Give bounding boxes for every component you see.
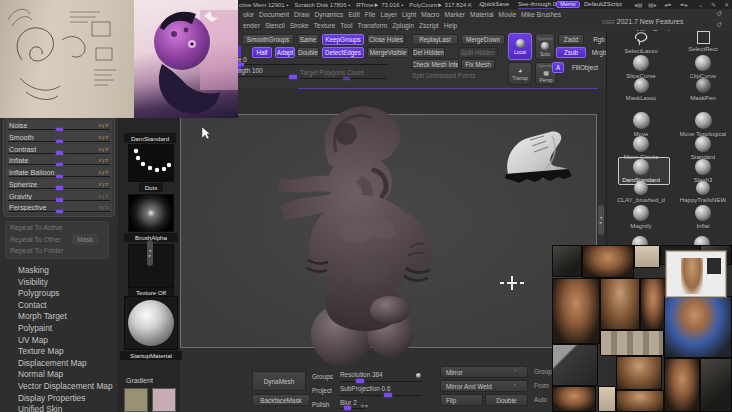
groups-label[interactable]: Groups — [312, 373, 333, 380]
menu-tool[interactable]: Tool — [340, 22, 352, 29]
slider-perspective[interactable]: Perspectivexyz — [6, 202, 112, 213]
auto-col-label[interactable]: Auto — [534, 396, 547, 403]
section-normal-map[interactable]: Normal Map — [18, 369, 63, 379]
gradient-swatch-2[interactable] — [152, 388, 176, 412]
target-polygons-slider[interactable]: Target Polygons Count — [300, 69, 364, 76]
brush-move[interactable]: Move — [612, 112, 670, 137]
reference-photo[interactable] — [640, 278, 666, 330]
section-unified-skin[interactable]: Unified Skin — [18, 404, 62, 412]
backfacemask-button[interactable]: BackfaceMask — [252, 394, 310, 406]
slider-smooth[interactable]: Smoothxyz — [6, 132, 112, 143]
section-displacement-map[interactable]: Displacement Map — [18, 358, 87, 368]
axis-toggles[interactable]: xyz — [99, 134, 110, 140]
slider-e-handle[interactable] — [238, 63, 244, 67]
subprojection-handle[interactable] — [384, 393, 392, 397]
section-vector-displacement-map[interactable]: Vector Displacement Map — [18, 381, 113, 391]
detectedges-button[interactable]: DetectEdges — [322, 47, 364, 58]
axis-toggles[interactable]: xyz — [99, 146, 110, 152]
brush-damstandard[interactable]: DamStandard — [612, 159, 670, 183]
section-contact[interactable]: Contact — [18, 300, 47, 310]
double-button[interactable]: Double — [297, 47, 319, 58]
brush-move-topological[interactable]: Move Topological — [674, 112, 732, 137]
replaylast-button[interactable]: ReplayLast — [412, 34, 458, 45]
adapt-button[interactable]: Adapt — [275, 47, 295, 58]
reference-sketch-image[interactable] — [0, 0, 134, 118]
refresh-icon-2[interactable]: ↺ — [716, 21, 722, 29]
split-hidden-button[interactable]: Split Hidden — [458, 47, 498, 58]
zadd-button[interactable]: Zadd — [558, 34, 584, 45]
material-thumbnail[interactable] — [124, 296, 178, 350]
menu-stencil[interactable]: Stencil — [265, 22, 285, 29]
brush-prev-icon[interactable]: ◂✒ — [664, 1, 672, 8]
see-through-slider[interactable]: See-through 0 — [518, 1, 556, 7]
flip-button[interactable]: Flip — [440, 394, 483, 406]
slider-handle[interactable] — [56, 163, 63, 167]
current-brush-label[interactable]: DamStandard — [124, 133, 176, 143]
menu-file[interactable]: File — [365, 11, 376, 18]
slider-e-track[interactable] — [238, 64, 388, 65]
section-polypaint[interactable]: Polypaint — [18, 323, 52, 333]
default-zscript-button[interactable]: DefaultZScript — [584, 1, 622, 7]
smoothgroups-button[interactable]: SmoothGroups — [242, 34, 294, 45]
repeat-to-active-button[interactable]: Repeat To Active — [10, 224, 62, 231]
slider-handle[interactable] — [56, 186, 63, 190]
menu-dynamics[interactable]: Dynamics — [314, 11, 343, 18]
mask-button[interactable]: Mask — [72, 234, 98, 245]
brush-slash3[interactable]: Slash3 — [674, 159, 732, 183]
slider-handle[interactable] — [56, 198, 63, 202]
repeat-to-folder-button[interactable]: Repeat To Folder — [10, 247, 64, 254]
axis-toggles[interactable]: xyz — [99, 181, 110, 187]
slider-spherize[interactable]: Spherizexyz — [6, 179, 112, 190]
close-holes-button[interactable]: Close Holes — [367, 34, 405, 45]
menu-render[interactable]: ender — [243, 22, 260, 29]
half-button[interactable]: Half — [252, 47, 272, 58]
repeat-to-other-button[interactable]: Repeat To Other — [10, 236, 61, 243]
subprojection-track[interactable] — [340, 395, 422, 396]
menu-color[interactable]: olor — [243, 11, 254, 18]
mirror-weld-mini-icons[interactable]: ▪⁝ — [514, 383, 517, 387]
brush-clipcurve[interactable]: ClipCurve — [674, 55, 732, 79]
reference-photo[interactable] — [598, 386, 616, 412]
brush-slicecurve[interactable]: SliceCurve — [612, 55, 670, 79]
reference-photo[interactable] — [600, 330, 664, 356]
group-col-label[interactable]: Group — [534, 368, 552, 375]
axis-toggles[interactable]: xyz — [99, 193, 110, 199]
menu-material[interactable]: Material — [470, 11, 493, 18]
brush-happytrails[interactable]: HappyTrailsNEW — [674, 181, 732, 203]
section-visibility[interactable]: Visibility — [18, 277, 48, 287]
refresh-icon[interactable]: ↺ — [716, 10, 722, 18]
solo-button[interactable]: Dynamic Solo — [535, 33, 555, 60]
polish-label[interactable]: Polish — [312, 401, 329, 408]
blur-handle[interactable] — [344, 406, 351, 410]
menu-movie[interactable]: Movie — [499, 11, 517, 18]
menu-transform[interactable]: Transform — [357, 22, 387, 29]
panel-mini-icons[interactable]: ✛▾ — [360, 404, 368, 408]
menu-help[interactable]: Help — [444, 22, 458, 29]
slider-noise[interactable]: Noisexyz — [6, 120, 112, 131]
slider-handle[interactable] — [56, 175, 63, 179]
export-icon[interactable]: ⌄ — [698, 1, 703, 8]
reference-photo[interactable] — [552, 278, 600, 344]
section-uv-map[interactable]: UV Map — [18, 335, 48, 345]
alpha-thumbnail[interactable] — [128, 194, 174, 232]
fillobject-button[interactable]: FillObject — [566, 62, 604, 73]
menu-document[interactable]: Document — [259, 11, 289, 18]
menu-edit[interactable]: Edit — [348, 11, 359, 18]
slider-gravity[interactable]: Gravityxyz — [6, 191, 112, 202]
slider-e[interactable]: e 0 — [238, 56, 247, 63]
close-icon[interactable]: ✕ — [724, 1, 729, 8]
gradient-swatch-1[interactable] — [124, 388, 148, 412]
menu-layer[interactable]: Layer — [380, 11, 397, 18]
split-unmasked-button[interactable]: Split Unmasked Points — [412, 72, 475, 79]
reference-photo[interactable] — [582, 245, 634, 278]
blur-slider[interactable]: Blur 2 — [340, 399, 357, 406]
slider-strength-handle[interactable] — [289, 75, 297, 79]
axis-toggles[interactable]: xyz — [99, 204, 110, 210]
axis-toggles[interactable]: xyz — [99, 157, 110, 163]
reference-color-art-image[interactable] — [134, 0, 238, 118]
resolution-track[interactable] — [340, 381, 422, 382]
target-polygons-handle[interactable] — [343, 77, 350, 81]
dynamesh-button[interactable]: DynaMesh — [252, 371, 306, 391]
section-masking[interactable]: Masking — [18, 265, 49, 275]
section-texture-map[interactable]: Texture Map — [18, 346, 64, 356]
